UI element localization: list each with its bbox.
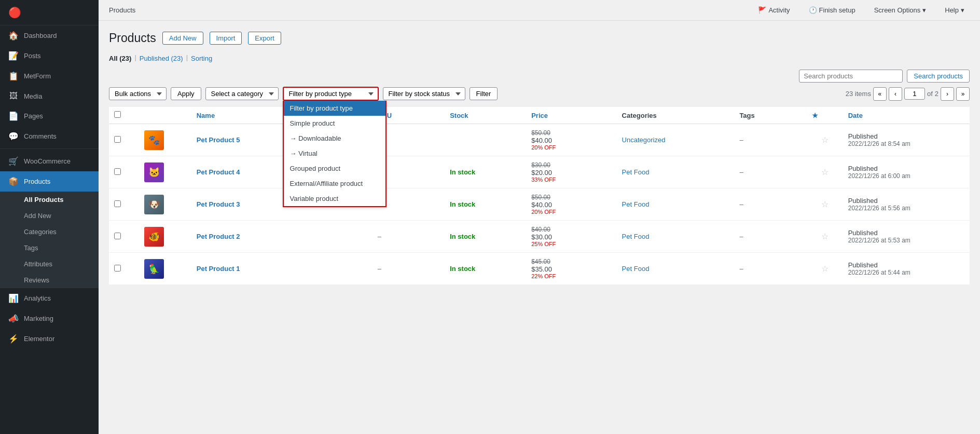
star-icon-4[interactable]: ☆	[821, 264, 829, 273]
topbar: Products 🚩 Activity 🕐 Finish setup Scree…	[99, 0, 980, 21]
sidebar-item-pages[interactable]: 📄 Pages	[0, 106, 99, 126]
product-type-option-filter[interactable]: Filter by product type	[284, 101, 385, 116]
activity-icon: 🚩	[758, 6, 766, 14]
sidebar-item-dashboard[interactable]: 🏠 Dashboard	[0, 25, 99, 46]
search-row: Search products	[109, 70, 970, 83]
product-star-4[interactable]: ☆	[807, 253, 843, 285]
filter-button[interactable]: Filter	[470, 87, 498, 100]
metform-icon: 📋	[8, 71, 19, 81]
star-icon-0[interactable]: ☆	[821, 135, 829, 144]
stock-status-select[interactable]: Filter by stock status	[383, 87, 465, 100]
activity-button[interactable]: 🚩 Activity	[753, 4, 795, 16]
product-type-option-external[interactable]: External/Affiliate product	[284, 176, 385, 191]
sidebar-item-products[interactable]: 📦 Products	[0, 171, 99, 192]
sidebar-item-metform[interactable]: 📋 MetForm	[0, 66, 99, 86]
sidebar-item-comments[interactable]: 💬 Comments	[0, 126, 99, 146]
apply-button[interactable]: Apply	[171, 87, 201, 100]
import-button[interactable]: Import	[210, 32, 242, 45]
product-type-option-variable[interactable]: Variable product	[284, 191, 385, 206]
product-type-select[interactable]: Filter by product type	[283, 87, 379, 101]
filter-links: All (23) | Published (23) | Sorting	[109, 53, 970, 63]
product-date-0: Published 2022/12/26 at 8:54 am	[843, 124, 970, 156]
help-button[interactable]: Help ▾	[940, 4, 970, 16]
chevron-down-icon-help: ▾	[961, 6, 964, 14]
submenu-item-all-products[interactable]: All Products	[0, 192, 99, 208]
pagination-first-button[interactable]: «	[873, 87, 887, 101]
row-checkbox-2[interactable]	[114, 200, 121, 207]
screen-options-button[interactable]: Screen Options ▾	[869, 4, 932, 16]
product-name-link-3[interactable]: Pet Product 2	[197, 233, 240, 240]
row-checkbox-3[interactable]	[114, 233, 121, 239]
product-star-2[interactable]: ☆	[807, 188, 843, 221]
table-row: 🐶 Pet Product 3 – In stock $50.00 $40.00…	[109, 188, 970, 221]
th-date[interactable]: Date	[843, 107, 970, 124]
product-type-option-simple[interactable]: Simple product	[284, 116, 385, 131]
posts-icon: 📝	[8, 51, 19, 61]
th-stock[interactable]: Stock	[445, 107, 526, 124]
sidebar-item-elementor[interactable]: ⚡ Elementor	[0, 329, 99, 349]
star-icon-1[interactable]: ☆	[821, 168, 829, 177]
sidebar-item-label: Marketing	[24, 315, 53, 322]
woocommerce-icon: 🛒	[8, 156, 19, 166]
submenu-item-attributes[interactable]: Attributes	[0, 256, 99, 272]
product-category-link-0[interactable]: Uncategorized	[622, 136, 666, 144]
star-icon-3[interactable]: ☆	[821, 232, 829, 241]
product-name-link-4[interactable]: Pet Product 1	[197, 265, 240, 273]
dashboard-icon: 🏠	[8, 31, 19, 40]
submenu-item-add-new[interactable]: Add New	[0, 208, 99, 224]
filter-link-all[interactable]: All (23)	[109, 53, 131, 63]
pagination-prev-button[interactable]: ‹	[889, 87, 902, 101]
app-layout: 🔴 🏠 Dashboard 📝 Posts 📋 MetForm 🖼 Media …	[0, 0, 980, 434]
marketing-icon: 📣	[8, 314, 19, 323]
search-products-button[interactable]: Search products	[907, 70, 970, 83]
star-icon-2[interactable]: ☆	[821, 200, 829, 209]
sidebar-item-media[interactable]: 🖼 Media	[0, 86, 99, 106]
sidebar-item-marketing[interactable]: 📣 Marketing	[0, 308, 99, 329]
row-checkbox-1[interactable]	[114, 168, 121, 175]
submenu-item-categories[interactable]: Categories	[0, 224, 99, 240]
product-star-0[interactable]: ☆	[807, 124, 843, 156]
product-type-option-downloadable[interactable]: → Downloadable	[284, 131, 385, 146]
sidebar-item-analytics[interactable]: 📊 Analytics	[0, 288, 99, 308]
products-icon: 📦	[8, 177, 19, 186]
filter-link-sorting[interactable]: Sorting	[191, 53, 212, 63]
product-price-3: $40.00 $30.00 25% OFF	[526, 221, 616, 253]
sidebar-item-label: Pages	[24, 112, 43, 120]
product-name-link-0[interactable]: Pet Product 5	[197, 136, 240, 144]
filter-link-published[interactable]: Published (23)	[140, 53, 183, 63]
product-tags-2: –	[734, 188, 807, 221]
add-new-button[interactable]: Add New	[162, 32, 203, 45]
category-select[interactable]: Select a category	[205, 87, 279, 100]
product-category-link-2[interactable]: Pet Food	[622, 200, 650, 208]
finish-setup-button[interactable]: 🕐 Finish setup	[804, 4, 861, 16]
product-category-link-4[interactable]: Pet Food	[622, 265, 650, 273]
product-name-link-1[interactable]: Pet Product 4	[197, 168, 240, 176]
product-category-link-1[interactable]: Pet Food	[622, 168, 650, 176]
pagination-last-button[interactable]: »	[956, 87, 970, 101]
submenu-item-tags[interactable]: Tags	[0, 240, 99, 256]
product-type-option-virtual[interactable]: → Virtual	[284, 146, 385, 161]
sidebar-item-woocommerce[interactable]: 🛒 WooCommerce	[0, 151, 99, 171]
sidebar-item-label: MetForm	[24, 72, 51, 80]
row-checkbox-0[interactable]	[114, 136, 121, 143]
select-all-checkbox[interactable]	[114, 111, 121, 118]
products-submenu: All Products Add New Categories Tags Att…	[0, 192, 99, 288]
bulk-actions-select[interactable]: Bulk actions	[109, 87, 167, 100]
product-star-3[interactable]: ☆	[807, 221, 843, 253]
sidebar-item-posts[interactable]: 📝 Posts	[0, 46, 99, 66]
submenu-item-reviews[interactable]: Reviews	[0, 272, 99, 288]
search-input[interactable]	[799, 70, 903, 83]
product-category-link-3[interactable]: Pet Food	[622, 233, 650, 240]
th-price[interactable]: Price	[526, 107, 616, 124]
product-name-link-2[interactable]: Pet Product 3	[197, 200, 240, 208]
export-button[interactable]: Export	[248, 32, 281, 45]
row-checkbox-4[interactable]	[114, 265, 121, 272]
pagination-next-button[interactable]: ›	[941, 87, 954, 101]
product-star-1[interactable]: ☆	[807, 156, 843, 188]
pagination-current-input[interactable]	[904, 88, 925, 100]
sidebar-item-label: WooCommerce	[24, 157, 71, 165]
table-row: 🐠 Pet Product 2 – In stock $40.00 $30.00…	[109, 221, 970, 253]
product-type-option-grouped[interactable]: Grouped product	[284, 161, 385, 176]
page-header: Products Add New Import Export	[109, 31, 970, 45]
product-thumbnail-4: 🦜	[144, 259, 164, 279]
